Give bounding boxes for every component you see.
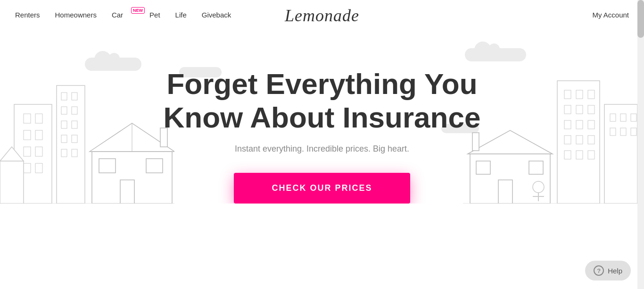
svg-rect-7 [24,163,31,173]
nav-life[interactable]: Life [175,11,187,19]
svg-rect-8 [35,163,42,173]
svg-rect-24 [146,159,163,173]
hero-subtitle: Instant everything. Incredible prices. B… [0,144,644,154]
cta-button[interactable]: CHECK OUR PRICES [234,173,410,204]
nav-renters[interactable]: Renters [15,11,40,19]
nav-car[interactable]: Car NEW [112,11,134,19]
help-label: Help [608,267,622,275]
hero-section: Forget Everything You Know About Insuran… [0,29,644,204]
new-badge: NEW [131,7,145,14]
navigation: Renters Homeowners Car NEW Pet Life Give… [0,0,644,29]
svg-rect-40 [564,136,571,144]
svg-rect-57 [529,161,543,174]
svg-rect-42 [588,136,594,144]
my-account-link[interactable]: My Account [592,11,629,19]
svg-rect-23 [99,159,116,173]
svg-rect-17 [72,135,77,143]
nav-giveback[interactable]: Giveback [202,11,231,19]
svg-point-59 [533,181,544,193]
svg-rect-41 [576,136,583,144]
nav-pet[interactable]: Pet [149,11,160,19]
hero-title: Forget Everything You Know About Insuran… [0,67,644,135]
help-icon: ? [594,265,604,276]
svg-rect-27 [0,161,24,204]
svg-rect-55 [498,180,512,204]
scrollbar-thumb[interactable] [637,0,644,38]
logo[interactable]: Lemonade [285,6,359,26]
svg-rect-22 [120,180,134,204]
nav-homeowners[interactable]: Homeowners [55,11,97,19]
svg-rect-16 [61,135,67,143]
scrollbar[interactable] [637,0,644,289]
cloud-right-top [465,48,526,61]
svg-rect-56 [476,161,490,174]
help-button[interactable]: ? Help [585,261,631,280]
nav-links: Renters Homeowners Car NEW Pet Life Give… [15,11,231,19]
